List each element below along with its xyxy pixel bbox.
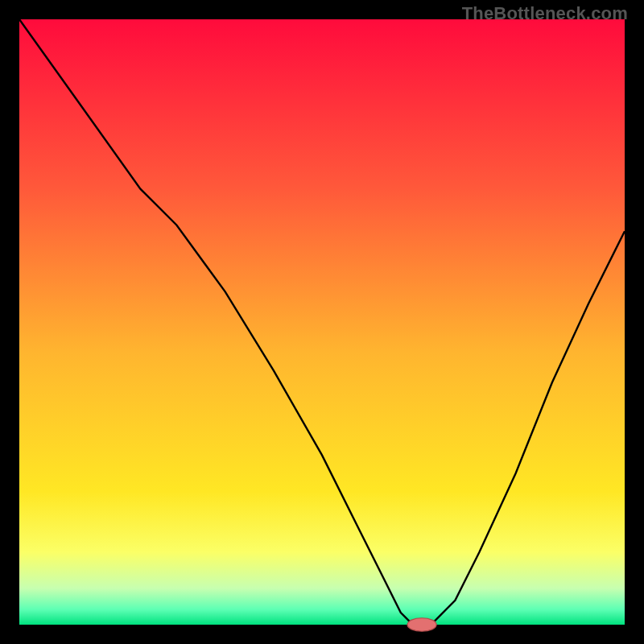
plot-area <box>19 19 625 625</box>
watermark-text: TheBottleneck.com <box>462 3 628 24</box>
optimal-marker <box>407 618 436 632</box>
chart-container: { "watermark": "TheBottleneck.com", "col… <box>0 0 644 644</box>
chart-svg <box>0 0 644 644</box>
